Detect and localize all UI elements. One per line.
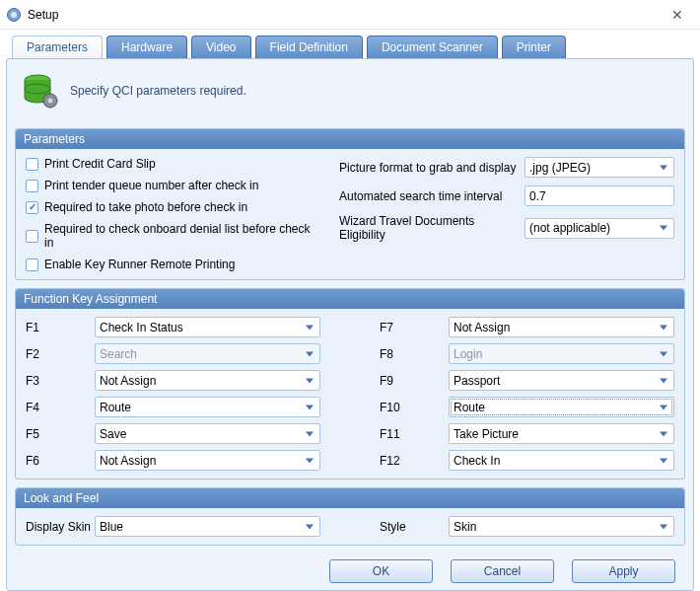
checkbox-icon[interactable] xyxy=(26,230,38,243)
fkey-label-f1: F1 xyxy=(26,321,95,334)
select-f4[interactable]: Route xyxy=(95,397,320,417)
select-style[interactable]: Skin xyxy=(449,516,674,537)
fkey-label-f2: F2 xyxy=(26,347,95,361)
check-onboard-denial[interactable]: Required to check onboard denial list be… xyxy=(26,222,321,250)
checkbox-icon[interactable] xyxy=(26,158,38,171)
dialog-button-row: OK Cancel Apply xyxy=(15,554,685,589)
checkbox-icon[interactable] xyxy=(26,201,38,214)
select-f5[interactable]: Save xyxy=(95,423,320,444)
select-wizard-travel-docs[interactable]: (not applicable) xyxy=(525,218,674,239)
check-required-photo[interactable]: Required to take photo before check in xyxy=(26,200,321,214)
select-f9[interactable]: Passport xyxy=(449,370,674,391)
svg-point-1 xyxy=(11,12,17,18)
section-look-and-feel: Look and Feel Display Skin Blue Style Sk… xyxy=(15,487,685,546)
select-f6[interactable]: Not Assign xyxy=(95,450,320,471)
description-text: Specify QCI parameters required. xyxy=(70,84,246,98)
check-key-runner-remote[interactable]: Enable Key Runner Remote Printing xyxy=(26,258,321,271)
fkey-label-f6: F6 xyxy=(26,454,95,468)
check-label: Print tender queue number after check in xyxy=(44,179,258,192)
description-row: Specify QCI parameters required. xyxy=(15,67,685,120)
section-title-fkeys: Function Key Assignment xyxy=(16,289,684,309)
label-wizard-travel-docs: Wizard Travel Documents Eligibility xyxy=(339,214,517,242)
label-style: Style xyxy=(380,520,449,534)
cancel-button[interactable]: Cancel xyxy=(451,559,554,583)
fkey-label-f4: F4 xyxy=(26,401,95,414)
tab-parameters[interactable]: Parameters xyxy=(12,36,103,58)
section-function-keys: Function Key Assignment F1 Check In Stat… xyxy=(15,288,685,480)
check-print-tender-queue[interactable]: Print tender queue number after check in xyxy=(26,179,321,192)
apply-button[interactable]: Apply xyxy=(572,559,675,583)
select-f12[interactable]: Check In xyxy=(449,450,674,471)
select-f2: Search xyxy=(95,343,320,364)
select-f7[interactable]: Not Assign xyxy=(449,317,674,337)
check-label: Required to check onboard denial list be… xyxy=(44,222,321,250)
database-icon xyxy=(21,71,60,111)
close-icon[interactable]: ✕ xyxy=(663,7,692,23)
tab-strip: Parameters Hardware Video Field Definiti… xyxy=(0,30,700,58)
label-picture-format: Picture format to grab and display xyxy=(339,161,517,175)
fkey-label-f3: F3 xyxy=(26,374,95,388)
section-title-lookfeel: Look and Feel xyxy=(16,488,684,508)
check-label: Enable Key Runner Remote Printing xyxy=(44,258,235,271)
select-f8: Login xyxy=(449,343,674,364)
app-icon xyxy=(6,7,22,23)
tab-video[interactable]: Video xyxy=(191,36,250,58)
select-f11[interactable]: Take Picture xyxy=(449,423,674,444)
fkey-label-f8: F8 xyxy=(380,347,449,361)
select-display-skin[interactable]: Blue xyxy=(95,516,320,537)
select-f10[interactable]: Route xyxy=(449,397,674,417)
tab-field-definition[interactable]: Field Definition xyxy=(255,36,363,58)
select-f3[interactable]: Not Assign xyxy=(95,370,320,391)
check-label: Print Credit Card Slip xyxy=(44,157,156,171)
checkbox-icon[interactable] xyxy=(26,180,38,192)
fkey-label-f9: F9 xyxy=(380,374,449,388)
titlebar: Setup ✕ xyxy=(0,0,700,30)
tab-printer[interactable]: Printer xyxy=(502,36,566,58)
client-area: Specify QCI parameters required. Paramet… xyxy=(6,58,694,591)
svg-point-5 xyxy=(48,99,53,104)
section-title-parameters: Parameters xyxy=(16,129,684,149)
ok-button[interactable]: OK xyxy=(329,559,433,583)
check-print-credit-card-slip[interactable]: Print Credit Card Slip xyxy=(26,157,321,171)
fkey-label-f10: F10 xyxy=(380,401,449,414)
fkey-label-f12: F12 xyxy=(380,454,449,468)
label-search-interval: Automated search time interval xyxy=(339,189,517,203)
fkey-label-f11: F11 xyxy=(380,427,449,441)
fkey-label-f5: F5 xyxy=(26,427,95,441)
checkbox-icon[interactable] xyxy=(26,259,38,271)
check-label: Required to take photo before check in xyxy=(44,200,247,214)
label-display-skin: Display Skin xyxy=(26,520,95,534)
select-picture-format[interactable]: .jpg (JPEG) xyxy=(525,157,674,178)
fkey-label-f7: F7 xyxy=(380,321,449,334)
tab-document-scanner[interactable]: Document Scanner xyxy=(367,36,498,58)
input-search-interval[interactable]: 0.7 xyxy=(525,185,674,206)
select-f1[interactable]: Check In Status xyxy=(95,317,320,337)
window-title: Setup xyxy=(28,8,663,22)
section-parameters: Parameters Print Credit Card Slip Print … xyxy=(15,128,685,280)
tab-hardware[interactable]: Hardware xyxy=(106,36,187,58)
